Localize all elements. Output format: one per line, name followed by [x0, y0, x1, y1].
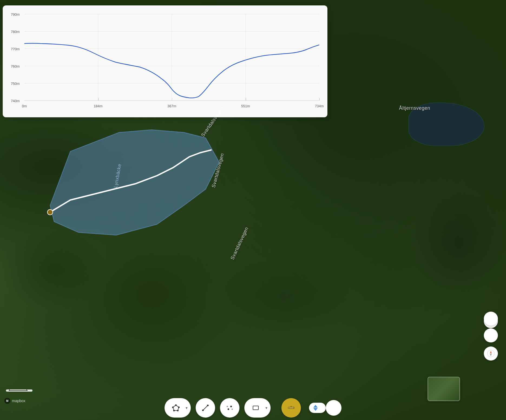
mapbox-logo: M mapbox	[4, 398, 25, 404]
polygon-tool-group: ▾	[165, 398, 191, 418]
svg-point-17	[172, 407, 173, 408]
toolbar-center: ▾ ▾	[165, 398, 271, 418]
terrain-patch-3	[411, 189, 506, 297]
point-icon	[226, 404, 234, 412]
svg-rect-25	[253, 406, 258, 410]
terrain-exaggeration-control	[309, 403, 326, 413]
y-label-740: 740m	[11, 99, 20, 103]
scale-bar	[6, 389, 32, 392]
x-label-551: 551m	[241, 104, 250, 108]
minimap[interactable]	[428, 377, 460, 401]
svg-point-15	[177, 410, 178, 411]
svg-point-13	[175, 405, 176, 406]
terrain-arrows	[313, 405, 318, 411]
terrain-patch-2	[216, 257, 352, 338]
y-label-750: 750m	[11, 82, 20, 86]
chart-panel: 790m 780m 770m 760m 750m 740m 0m 184m 36…	[3, 5, 327, 117]
rectangle-tool-button[interactable]	[246, 398, 265, 418]
svg-point-23	[227, 406, 228, 407]
line-tool-button[interactable]	[196, 398, 215, 418]
3d-button[interactable]	[326, 400, 341, 416]
minimap-content	[428, 377, 459, 401]
mapbox-icon: M	[4, 398, 10, 404]
zoom-in-button[interactable]	[484, 312, 498, 326]
grid-line-740: 740m	[24, 101, 319, 101]
polygon-tool-button[interactable]	[166, 398, 186, 418]
rectangle-dropdown-arrow[interactable]: ▾	[265, 406, 267, 410]
x-label-184: 184m	[94, 104, 103, 108]
chart-area: 790m 780m 770m 760m 750m 740m 0m 184m 36…	[24, 14, 319, 101]
zoom-out-button[interactable]	[484, 328, 498, 342]
svg-point-14	[178, 407, 179, 408]
polygon-dropdown-arrow[interactable]: ▾	[186, 406, 188, 410]
y-label-770: 770m	[11, 47, 20, 51]
compass-button[interactable]	[484, 346, 498, 361]
svg-point-24	[232, 409, 233, 410]
x-label-367: 367m	[167, 104, 176, 108]
mapbox-text: mapbox	[12, 399, 25, 403]
road-label-altjernsvegen: Åltjernsvegen	[399, 105, 430, 111]
polygon-icon	[172, 404, 180, 412]
rectangle-tool-group: ▾	[244, 398, 271, 418]
terrain-decrease-button[interactable]	[313, 408, 318, 411]
svg-line-20	[203, 405, 208, 410]
point-tool-button[interactable]	[220, 398, 239, 418]
y-label-790: 790m	[11, 12, 20, 16]
svg-point-16	[173, 410, 175, 411]
x-tick-734	[319, 98, 320, 101]
x-label-0: 0m	[22, 104, 27, 108]
elevation-chart-svg	[24, 14, 319, 101]
rectangle-icon	[252, 404, 259, 412]
y-label-780: 780m	[11, 30, 20, 34]
scale-line	[9, 390, 28, 391]
line-icon	[202, 404, 209, 412]
y-label-760: 760m	[11, 64, 20, 68]
svg-point-22	[230, 406, 232, 407]
x-label-734: 734m	[315, 104, 324, 108]
terrain-increase-button[interactable]	[313, 405, 318, 408]
svg-point-21	[228, 408, 229, 410]
compass-icon	[487, 350, 495, 357]
svg-text:M: M	[6, 399, 8, 402]
terrain-patch-1	[0, 230, 108, 311]
right-controls	[484, 312, 498, 361]
